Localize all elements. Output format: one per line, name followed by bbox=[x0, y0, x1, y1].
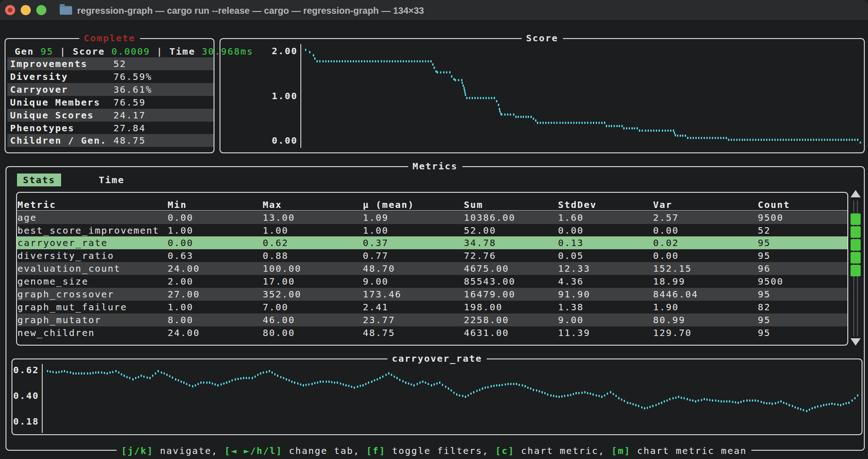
stat-row[interactable]: Children / Gen.48.75 bbox=[7, 134, 214, 147]
stat-row[interactable]: Improvements52 bbox=[7, 57, 214, 70]
keybind-key: [j/k] bbox=[121, 445, 153, 456]
table-row-genome_size[interactable]: genome_size2.0017.009.0085543.004.3618.9… bbox=[17, 275, 847, 288]
generation-summary: Gen 95 | Score 0.0009 | Time 30.968ms bbox=[15, 45, 254, 58]
chart-data-dot bbox=[309, 51, 310, 53]
chart-data-dot bbox=[331, 60, 332, 62]
metric-value-cell: 34.78 bbox=[464, 236, 496, 249]
table-row-graph_mut_failure[interactable]: graph_mut_failure1.007.002.41198.001.381… bbox=[17, 301, 847, 313]
chart-data-dot bbox=[570, 394, 571, 396]
chart-data-dot bbox=[687, 398, 688, 400]
chart-data-dot bbox=[649, 406, 651, 408]
zoom-button[interactable] bbox=[36, 5, 46, 15]
table-row-new_children[interactable]: new_children24.0080.0048.754631.0011.391… bbox=[17, 326, 847, 339]
stat-row[interactable]: Carryover36.61% bbox=[7, 83, 214, 96]
stat-row[interactable]: Unique Scores24.17 bbox=[7, 109, 214, 122]
stat-label: Diversity bbox=[10, 70, 68, 83]
chart-data-dot bbox=[650, 129, 652, 132]
metric-name-cell: evaluation_count bbox=[17, 262, 121, 275]
scroll-up-arrow-icon[interactable] bbox=[851, 190, 861, 197]
scroll-down-arrow-icon[interactable] bbox=[851, 338, 861, 346]
chart-data-dot bbox=[715, 137, 716, 139]
chart-data-dot bbox=[371, 381, 372, 383]
scrollbar-thumb-segment[interactable] bbox=[851, 239, 861, 251]
chart-data-dot bbox=[392, 60, 393, 62]
chart-data-dot bbox=[666, 399, 668, 402]
chart-data-dot bbox=[266, 371, 267, 373]
y-axis-tick: 0.18 bbox=[11, 415, 39, 428]
table-row-graph_mutator[interactable]: graph_mutator8.0046.0023.772258.009.0080… bbox=[17, 313, 847, 326]
table-row-diversity_ratio[interactable]: diversity_ratio0.630.880.7772.760.050.00… bbox=[17, 249, 847, 262]
metric-value-cell: 0.88 bbox=[263, 249, 288, 262]
chart-data-dot bbox=[530, 116, 532, 118]
chart-data-dot bbox=[428, 60, 429, 62]
chart-data-dot bbox=[846, 139, 847, 141]
chart-data-dot bbox=[422, 60, 423, 62]
metric-value-cell: 0.00 bbox=[558, 224, 584, 237]
chart-data-dot bbox=[331, 381, 333, 383]
keybind-key: [m] bbox=[611, 445, 631, 456]
metric-value-cell: 12.33 bbox=[558, 262, 590, 275]
scrollbar-thumb-segment[interactable] bbox=[851, 265, 861, 276]
chart-data-dot bbox=[587, 392, 588, 394]
tab-time[interactable]: Time bbox=[93, 174, 130, 186]
chart-data-dot bbox=[712, 137, 713, 139]
metric-value-cell: 2.00 bbox=[168, 275, 193, 288]
chart-data-dot bbox=[430, 60, 432, 62]
chart-data-dot bbox=[690, 137, 691, 139]
tab-stats[interactable]: Stats bbox=[17, 174, 61, 186]
y-axis-tick: 0.00 bbox=[269, 134, 298, 147]
chart-data-dot bbox=[214, 383, 216, 386]
chart-data-dot bbox=[627, 402, 628, 404]
metric-value-cell: 95 bbox=[758, 313, 771, 326]
table-row-best_score_improvement[interactable]: best_score_improvement1.001.001.0052.000… bbox=[17, 224, 847, 237]
metric-value-cell: 2258.00 bbox=[464, 313, 509, 326]
scrollbar-thumb-segment[interactable] bbox=[851, 213, 861, 225]
chart-data-dot bbox=[763, 402, 765, 404]
table-row-graph_crossover[interactable]: graph_crossover27.00352.00173.4616479.00… bbox=[17, 288, 847, 301]
metric-value-cell: 1.60 bbox=[558, 211, 584, 224]
chart-data-dot bbox=[749, 399, 750, 402]
metric-name-cell: graph_mut_failure bbox=[17, 301, 127, 313]
chart-data-dot bbox=[445, 386, 446, 388]
minimize-button[interactable] bbox=[21, 5, 31, 15]
metric-value-cell: 0.00 bbox=[168, 211, 193, 224]
chart-data-dot bbox=[545, 122, 547, 124]
chart-data-dot bbox=[601, 122, 603, 124]
chart-data-dot bbox=[206, 381, 208, 384]
chart-data-dot bbox=[361, 60, 362, 62]
scrollbar-thumb-segment[interactable] bbox=[851, 252, 861, 263]
chart-data-dot bbox=[358, 60, 360, 62]
metric-value-cell: 2.57 bbox=[653, 211, 679, 224]
chart-data-dot bbox=[720, 137, 721, 139]
stat-row[interactable]: Unique Members76.59 bbox=[7, 96, 214, 109]
chart-data-dot bbox=[414, 60, 415, 62]
metric-name-cell: carryover_rate bbox=[17, 236, 108, 249]
table-row-age[interactable]: age0.0013.001.0910386.001.602.579500 bbox=[17, 211, 847, 224]
keybind-description: chart metric mean bbox=[631, 445, 747, 456]
chart-data-dot bbox=[823, 404, 824, 406]
stat-row[interactable]: Diversity76.59% bbox=[7, 70, 214, 83]
titlebar: regression-graph — cargo run --release —… bbox=[0, 0, 868, 21]
chart-data-dot bbox=[584, 391, 586, 393]
metric-value-cell: 72.76 bbox=[464, 249, 496, 262]
summary-value: 0.0009 bbox=[112, 46, 150, 57]
keybind-description: toggle filters, bbox=[386, 445, 496, 456]
chart-data-dot bbox=[675, 134, 676, 136]
table-row-carryover_rate[interactable]: carryover_rate0.000.620.3734.780.130.029… bbox=[17, 236, 847, 249]
table-row-evaluation_count[interactable]: evaluation_count24.00100.0048.704675.001… bbox=[17, 262, 847, 275]
close-button[interactable] bbox=[5, 5, 15, 15]
chart-data-dot bbox=[843, 139, 845, 141]
scrollbar-thumb-segment[interactable] bbox=[851, 226, 861, 238]
chart-data-dot bbox=[217, 384, 219, 386]
chart-data-dot bbox=[610, 391, 611, 393]
stat-row[interactable]: Phenotypes27.84 bbox=[7, 122, 214, 134]
chart-data-dot bbox=[840, 139, 842, 141]
chart-data-dot bbox=[670, 129, 671, 132]
chart-data-dot bbox=[675, 397, 676, 399]
metric-value-cell: 52.00 bbox=[464, 224, 496, 237]
chart-data-dot bbox=[735, 401, 736, 403]
chart-data-dot bbox=[604, 394, 605, 397]
window-title: regression-graph — cargo run --release —… bbox=[77, 4, 424, 17]
chart-data-dot bbox=[794, 139, 795, 141]
chart-data-dot bbox=[766, 402, 767, 404]
